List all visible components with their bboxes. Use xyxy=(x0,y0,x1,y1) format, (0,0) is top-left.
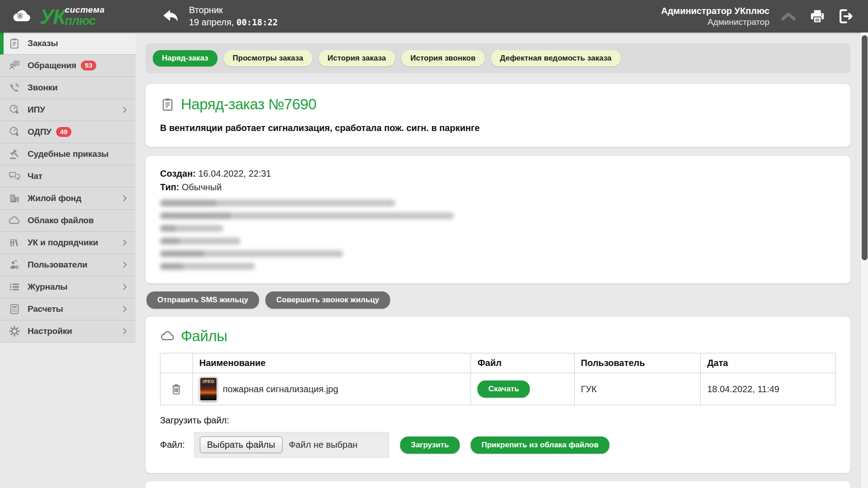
sidebar-item-uk-contractors[interactable]: УК и подрядчики xyxy=(0,232,136,254)
sidebar-nav: Заказы Обращения 53 Звонки ИПУ ОДПУ 49 С… xyxy=(0,33,136,343)
sidebar-item-appeals[interactable]: Обращения 53 xyxy=(0,55,136,77)
date-text: 19 апреля, xyxy=(189,17,234,27)
logo-text: УК система плюс xyxy=(40,5,105,27)
file-user: ГУК xyxy=(574,373,700,405)
type-label: Тип: xyxy=(160,182,179,192)
redacted-row xyxy=(160,250,343,257)
cloud-icon xyxy=(160,328,175,344)
sidebar-item-label: Жилой фонд xyxy=(28,193,81,203)
file-field-label: Файл: xyxy=(160,440,185,450)
sidebar-item-calls[interactable]: Звонки xyxy=(0,77,136,99)
sidebar-item-file-cloud[interactable]: Облако файлов xyxy=(0,210,136,232)
tab-call-history[interactable]: История звонков xyxy=(401,50,485,66)
scrollbar-thumb[interactable] xyxy=(862,35,868,260)
person-message-icon xyxy=(8,59,21,72)
col-user: Пользователь xyxy=(574,353,700,373)
calculator-icon xyxy=(8,303,21,315)
sidebar-item-label: Настройки xyxy=(28,326,72,336)
datetime-block: Вторник 19 апреля, 00:18:22 xyxy=(189,4,278,28)
file-input[interactable]: Выбрать файлы Файл не выбран xyxy=(194,432,389,458)
logo-system: система xyxy=(65,5,104,15)
file-thumbnail[interactable]: JPEG xyxy=(199,377,217,401)
phone-icon xyxy=(8,81,21,94)
files-title-row: Файлы xyxy=(160,328,836,345)
list-icon xyxy=(8,281,21,293)
tab-order-views[interactable]: Просмотры заказа xyxy=(224,50,312,66)
clipboard-icon xyxy=(160,97,175,112)
send-sms-button[interactable]: Отправить SMS жильцу xyxy=(146,291,259,309)
sidebar-item-journals[interactable]: Журналы xyxy=(0,276,136,298)
main-content: Наряд-заказ Просмотры заказа История зак… xyxy=(136,33,860,488)
make-call-button[interactable]: Совершить звонок жильцу xyxy=(265,291,390,309)
user-name: Администратор УКплюс xyxy=(661,5,769,17)
created-line: Создан: 16.04.2022, 22:31 xyxy=(160,167,836,180)
file-date: 18.04.2022, 11:49 xyxy=(701,373,836,405)
chevron-right-icon xyxy=(120,194,129,203)
sidebar-item-label: Журналы xyxy=(28,282,67,292)
sidebar-item-ipu[interactable]: ИПУ xyxy=(0,99,136,121)
weekday: Вторник xyxy=(189,4,278,16)
tab-defect-sheet[interactable]: Дефектная ведомость заказа xyxy=(491,50,621,66)
sidebar-item-housing[interactable]: Жилой фонд xyxy=(0,188,136,210)
sidebar-item-chat[interactable]: Чат xyxy=(0,165,136,188)
date-line: 19 апреля, 00:18:22 xyxy=(189,16,278,28)
user-block: Администратор УКплюс Администратор xyxy=(661,5,769,28)
files-table-header: Наименование Файл Пользователь Дата xyxy=(160,353,836,373)
printer-icon xyxy=(809,8,826,24)
sidebar-item-label: Обращения xyxy=(28,61,76,70)
sidebar-item-odpu[interactable]: ОДПУ 49 xyxy=(0,121,136,143)
chevron-right-icon xyxy=(120,282,129,291)
user-role: Администратор xyxy=(661,17,769,28)
upload-row: Файл: Выбрать файлы Файл не выбран Загру… xyxy=(160,432,836,458)
sidebar-item-orders[interactable]: Заказы xyxy=(0,33,136,55)
appeals-count-badge: 53 xyxy=(81,61,97,70)
sidebar-item-label: Чат xyxy=(28,171,42,181)
comments-card: Комментарии xyxy=(146,481,850,488)
files-title: Файлы xyxy=(181,328,227,345)
file-name-cell: JPEG пожарная сигнализация.jpg xyxy=(199,377,465,401)
order-details-card: Создан: 16.04.2022, 22:31 Тип: Обычный xyxy=(146,156,850,283)
sidebar-item-users[interactable]: Пользователи xyxy=(0,254,136,276)
chevron-right-icon xyxy=(120,105,129,114)
no-file-text: Файл не выбран xyxy=(289,440,358,450)
vertical-scrollbar[interactable] xyxy=(860,33,868,488)
back-button[interactable] xyxy=(161,7,180,26)
attach-from-cloud-button[interactable]: Прикрепить из облака файлов xyxy=(471,436,609,454)
file-table-row: JPEG пожарная сигнализация.jpg Скачать Г… xyxy=(160,373,836,405)
meter-icon xyxy=(8,126,21,138)
files-table: Наименование Файл Пользователь Дата xyxy=(160,353,836,405)
redacted-row xyxy=(160,200,395,206)
chevron-right-icon xyxy=(120,305,129,314)
logo-cloud-icon: ® xyxy=(7,5,37,27)
sidebar-item-label: Пользователи xyxy=(28,260,87,270)
col-date: Дата xyxy=(701,353,836,373)
redacted-row xyxy=(160,263,255,270)
sidebar-item-label: Заказы xyxy=(28,38,58,48)
sidebar-item-label: Облако файлов xyxy=(28,216,94,225)
thumbnail-format-label: JPEG xyxy=(201,379,216,384)
collapse-header-button[interactable] xyxy=(779,7,797,25)
chevron-right-icon xyxy=(120,238,129,247)
upload-file-label: Загрузить файл: xyxy=(160,415,836,426)
sidebar-item-label: ОДПУ xyxy=(28,127,52,137)
gavel-icon xyxy=(8,148,21,160)
sidebar-item-calculations[interactable]: Расчеты xyxy=(0,298,136,320)
type-line: Тип: Обычный xyxy=(160,180,836,194)
chevron-up-icon xyxy=(779,7,797,25)
tab-work-order[interactable]: Наряд-заказ xyxy=(153,50,217,66)
sidebar-item-settings[interactable]: Настройки xyxy=(0,320,136,343)
delete-file-button[interactable] xyxy=(168,380,185,398)
col-actions xyxy=(160,353,193,373)
sidebar-item-court-orders[interactable]: Судебные приказы xyxy=(0,143,136,165)
download-button[interactable]: Скачать xyxy=(477,380,530,398)
clipboard-icon xyxy=(8,37,21,50)
print-button[interactable] xyxy=(809,8,826,24)
tab-order-history[interactable]: История заказа xyxy=(319,50,395,66)
choose-files-button[interactable]: Выбрать файлы xyxy=(200,436,283,453)
upload-button[interactable]: Загрузить xyxy=(400,436,460,454)
app-logo[interactable]: ® УК система плюс xyxy=(0,5,136,27)
logo-plus: плюс xyxy=(65,15,104,27)
col-file: Файл xyxy=(471,353,575,373)
resident-actions-row: Отправить SMS жильцу Совершить звонок жи… xyxy=(146,291,850,309)
logout-button[interactable] xyxy=(837,8,854,25)
